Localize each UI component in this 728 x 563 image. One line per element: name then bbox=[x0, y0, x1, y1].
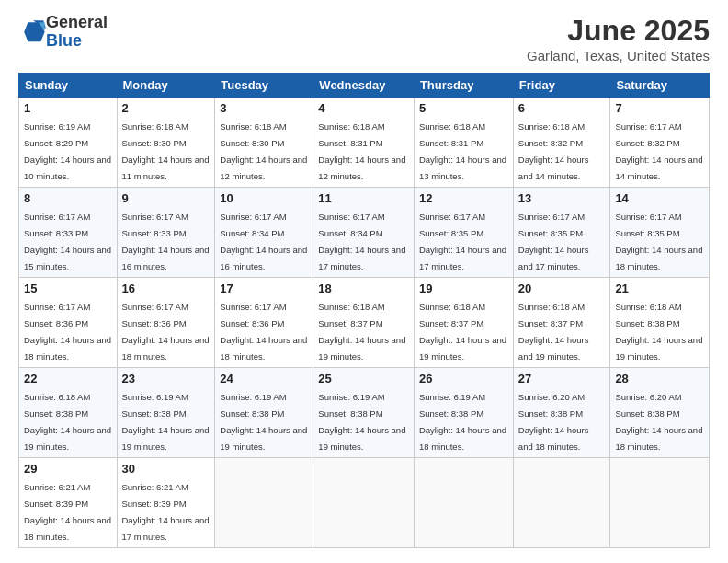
table-row: 17 Sunrise: 6:17 AMSunset: 8:36 PMDaylig… bbox=[215, 278, 313, 368]
table-row: 29 Sunrise: 6:21 AMSunset: 8:39 PMDaylig… bbox=[19, 458, 118, 548]
table-row: 14 Sunrise: 6:17 AMSunset: 8:35 PMDaylig… bbox=[610, 188, 710, 278]
col-thursday: Thursday bbox=[414, 74, 513, 98]
title-block: June 2025 Garland, Texas, United States bbox=[527, 14, 710, 63]
table-row: 22 Sunrise: 6:18 AMSunset: 8:38 PMDaylig… bbox=[19, 368, 118, 458]
month-title: June 2025 bbox=[527, 14, 710, 48]
col-tuesday: Tuesday bbox=[215, 74, 313, 98]
day-detail: Sunrise: 6:19 AMSunset: 8:38 PMDaylight:… bbox=[419, 392, 506, 452]
table-row: 1 Sunrise: 6:19 AMSunset: 8:29 PMDayligh… bbox=[19, 98, 118, 188]
col-sunday: Sunday bbox=[19, 74, 118, 98]
day-number: 16 bbox=[122, 282, 210, 295]
day-number: 2 bbox=[122, 101, 210, 115]
col-wednesday: Wednesday bbox=[313, 74, 415, 98]
day-number: 15 bbox=[24, 282, 112, 295]
logo: General Blue bbox=[18, 14, 108, 51]
day-detail: Sunrise: 6:21 AMSunset: 8:39 PMDaylight:… bbox=[122, 482, 210, 542]
day-detail: Sunrise: 6:17 AMSunset: 8:36 PMDaylight:… bbox=[220, 302, 307, 362]
table-row bbox=[215, 458, 313, 548]
table-row bbox=[610, 458, 710, 548]
day-detail: Sunrise: 6:19 AMSunset: 8:38 PMDaylight:… bbox=[318, 392, 405, 452]
day-number: 19 bbox=[419, 282, 508, 295]
day-number: 5 bbox=[419, 101, 508, 115]
table-row: 15 Sunrise: 6:17 AMSunset: 8:36 PMDaylig… bbox=[19, 278, 118, 368]
table-row: 19 Sunrise: 6:18 AMSunset: 8:37 PMDaylig… bbox=[414, 278, 513, 368]
day-detail: Sunrise: 6:18 AMSunset: 8:37 PMDaylight:… bbox=[419, 302, 506, 362]
day-detail: Sunrise: 6:18 AMSunset: 8:37 PMDaylight:… bbox=[518, 302, 589, 362]
table-row: 12 Sunrise: 6:17 AMSunset: 8:35 PMDaylig… bbox=[414, 188, 513, 278]
day-detail: Sunrise: 6:18 AMSunset: 8:38 PMDaylight:… bbox=[24, 392, 111, 452]
week-row-3: 15 Sunrise: 6:17 AMSunset: 8:36 PMDaylig… bbox=[19, 278, 710, 368]
table-row: 16 Sunrise: 6:17 AMSunset: 8:36 PMDaylig… bbox=[117, 278, 215, 368]
day-detail: Sunrise: 6:18 AMSunset: 8:32 PMDaylight:… bbox=[518, 121, 589, 181]
week-row-1: 1 Sunrise: 6:19 AMSunset: 8:29 PMDayligh… bbox=[19, 98, 710, 188]
logo-blue-text: Blue bbox=[46, 31, 82, 50]
table-row bbox=[513, 458, 610, 548]
day-number: 6 bbox=[518, 101, 606, 115]
day-number: 10 bbox=[220, 191, 308, 205]
header-row: Sunday Monday Tuesday Wednesday Thursday… bbox=[19, 74, 710, 98]
day-detail: Sunrise: 6:18 AMSunset: 8:38 PMDaylight:… bbox=[615, 302, 702, 362]
day-number: 13 bbox=[518, 191, 606, 205]
day-detail: Sunrise: 6:19 AMSunset: 8:38 PMDaylight:… bbox=[122, 392, 210, 452]
day-number: 1 bbox=[24, 101, 112, 115]
day-detail: Sunrise: 6:17 AMSunset: 8:35 PMDaylight:… bbox=[518, 212, 589, 271]
table-row: 27 Sunrise: 6:20 AMSunset: 8:38 PMDaylig… bbox=[513, 368, 610, 458]
calendar-table: Sunday Monday Tuesday Wednesday Thursday… bbox=[18, 73, 710, 548]
table-row: 8 Sunrise: 6:17 AMSunset: 8:33 PMDayligh… bbox=[19, 188, 118, 278]
day-detail: Sunrise: 6:17 AMSunset: 8:36 PMDaylight:… bbox=[24, 302, 111, 362]
table-row: 9 Sunrise: 6:17 AMSunset: 8:33 PMDayligh… bbox=[117, 188, 215, 278]
table-row: 23 Sunrise: 6:19 AMSunset: 8:38 PMDaylig… bbox=[117, 368, 215, 458]
day-number: 21 bbox=[615, 282, 704, 295]
day-detail: Sunrise: 6:18 AMSunset: 8:37 PMDaylight:… bbox=[318, 302, 405, 362]
table-row: 13 Sunrise: 6:17 AMSunset: 8:35 PMDaylig… bbox=[513, 188, 610, 278]
table-row: 3 Sunrise: 6:18 AMSunset: 8:30 PMDayligh… bbox=[215, 98, 313, 188]
location-title: Garland, Texas, United States bbox=[527, 48, 710, 63]
day-detail: Sunrise: 6:17 AMSunset: 8:33 PMDaylight:… bbox=[122, 212, 210, 271]
day-detail: Sunrise: 6:18 AMSunset: 8:31 PMDaylight:… bbox=[318, 121, 405, 181]
table-row: 26 Sunrise: 6:19 AMSunset: 8:38 PMDaylig… bbox=[414, 368, 513, 458]
day-number: 23 bbox=[122, 372, 210, 385]
day-detail: Sunrise: 6:17 AMSunset: 8:35 PMDaylight:… bbox=[615, 212, 702, 271]
day-number: 24 bbox=[220, 372, 308, 385]
day-detail: Sunrise: 6:20 AMSunset: 8:38 PMDaylight:… bbox=[615, 392, 702, 452]
col-monday: Monday bbox=[117, 74, 215, 98]
day-detail: Sunrise: 6:17 AMSunset: 8:33 PMDaylight:… bbox=[24, 212, 111, 271]
week-row-4: 22 Sunrise: 6:18 AMSunset: 8:38 PMDaylig… bbox=[19, 368, 710, 458]
day-number: 20 bbox=[518, 282, 606, 295]
day-number: 29 bbox=[24, 462, 112, 476]
day-detail: Sunrise: 6:17 AMSunset: 8:35 PMDaylight:… bbox=[419, 212, 506, 271]
day-number: 11 bbox=[318, 191, 409, 205]
day-number: 12 bbox=[419, 191, 508, 205]
day-detail: Sunrise: 6:18 AMSunset: 8:30 PMDaylight:… bbox=[220, 121, 307, 181]
table-row: 7 Sunrise: 6:17 AMSunset: 8:32 PMDayligh… bbox=[610, 98, 710, 188]
table-row: 18 Sunrise: 6:18 AMSunset: 8:37 PMDaylig… bbox=[313, 278, 415, 368]
day-number: 8 bbox=[24, 191, 112, 205]
table-row: 21 Sunrise: 6:18 AMSunset: 8:38 PMDaylig… bbox=[610, 278, 710, 368]
col-saturday: Saturday bbox=[610, 74, 710, 98]
table-row: 2 Sunrise: 6:18 AMSunset: 8:30 PMDayligh… bbox=[117, 98, 215, 188]
table-row: 30 Sunrise: 6:21 AMSunset: 8:39 PMDaylig… bbox=[117, 458, 215, 548]
day-detail: Sunrise: 6:21 AMSunset: 8:39 PMDaylight:… bbox=[24, 482, 111, 542]
day-number: 3 bbox=[220, 101, 308, 115]
day-detail: Sunrise: 6:18 AMSunset: 8:30 PMDaylight:… bbox=[122, 121, 210, 181]
table-row bbox=[414, 458, 513, 548]
day-number: 25 bbox=[318, 372, 409, 385]
table-row: 5 Sunrise: 6:18 AMSunset: 8:31 PMDayligh… bbox=[414, 98, 513, 188]
table-row: 24 Sunrise: 6:19 AMSunset: 8:38 PMDaylig… bbox=[215, 368, 313, 458]
day-number: 7 bbox=[615, 101, 704, 115]
week-row-5: 29 Sunrise: 6:21 AMSunset: 8:39 PMDaylig… bbox=[19, 458, 710, 548]
table-row: 20 Sunrise: 6:18 AMSunset: 8:37 PMDaylig… bbox=[513, 278, 610, 368]
day-number: 28 bbox=[615, 372, 704, 385]
day-detail: Sunrise: 6:19 AMSunset: 8:29 PMDaylight:… bbox=[24, 121, 111, 181]
day-number: 22 bbox=[24, 372, 112, 385]
table-row: 6 Sunrise: 6:18 AMSunset: 8:32 PMDayligh… bbox=[513, 98, 610, 188]
day-detail: Sunrise: 6:17 AMSunset: 8:32 PMDaylight:… bbox=[615, 121, 702, 181]
day-detail: Sunrise: 6:18 AMSunset: 8:31 PMDaylight:… bbox=[419, 121, 506, 181]
day-number: 30 bbox=[122, 462, 210, 476]
day-detail: Sunrise: 6:17 AMSunset: 8:34 PMDaylight:… bbox=[220, 212, 307, 271]
table-row: 4 Sunrise: 6:18 AMSunset: 8:31 PMDayligh… bbox=[313, 98, 415, 188]
day-number: 14 bbox=[615, 191, 704, 205]
table-row: 25 Sunrise: 6:19 AMSunset: 8:38 PMDaylig… bbox=[313, 368, 415, 458]
col-friday: Friday bbox=[513, 74, 610, 98]
day-number: 17 bbox=[220, 282, 308, 295]
